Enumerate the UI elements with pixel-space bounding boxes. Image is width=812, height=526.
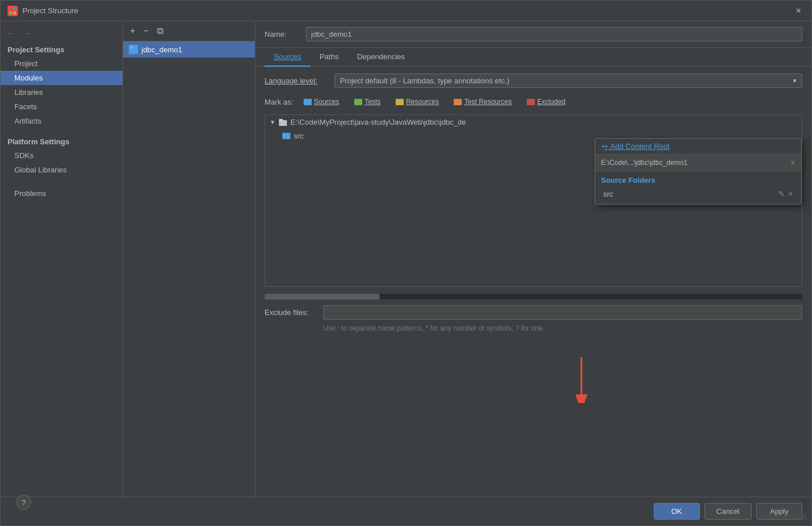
popup-edit-del: ✎ ×	[778, 189, 793, 198]
popup-header: + + Add Content Root	[595, 139, 801, 155]
mark-test-resources-label: Test Resources	[464, 98, 512, 106]
sidebar-item-facets[interactable]: Facets	[1, 99, 122, 114]
content-root-area: ▼ E:\Code\MyProject\java-study\JavaWeb\j…	[265, 114, 802, 287]
close-button[interactable]: ×	[792, 5, 805, 17]
sidebar-item-project[interactable]: Project	[1, 56, 122, 71]
remove-module-button[interactable]: −	[141, 25, 151, 37]
forward-arrow[interactable]: →	[21, 28, 33, 39]
sidebar-item-problems-label: Problems	[14, 189, 46, 198]
mark-resources-label: Resources	[406, 98, 439, 106]
tree-expand-arrow: ▼	[270, 119, 275, 125]
platform-settings-header: Platform Settings	[1, 133, 122, 148]
help-button[interactable]: ?	[16, 495, 31, 510]
sidebar-item-libraries[interactable]: Libraries	[1, 85, 122, 99]
language-level-select-wrapper: Project default (8 - Lambdas, type annot…	[335, 74, 802, 88]
sidebar-item-global-libraries[interactable]: Global Libraries	[1, 163, 122, 177]
nav-header: ← →	[1, 26, 122, 41]
app-icon	[7, 6, 18, 16]
module-name-input[interactable]	[306, 27, 802, 41]
back-arrow[interactable]: ←	[5, 28, 17, 39]
sidebar-item-project-label: Project	[14, 59, 37, 68]
src-folder-icon	[282, 133, 290, 139]
edit-src-button[interactable]: ✎	[778, 189, 785, 198]
svg-rect-3	[13, 11, 16, 14]
content-root-row[interactable]: ▼ E:\Code\MyProject\java-study\JavaWeb\j…	[265, 115, 802, 129]
content-root-path: E:\Code\MyProject\java-study\JavaWeb\jdb…	[290, 118, 466, 126]
mark-sources-label: Sources	[314, 98, 339, 106]
content-root-popup: + + Add Content Root E:\Code\...\jdbc\jd…	[595, 138, 802, 205]
tabs-row: Sources Paths Dependencies	[255, 48, 811, 67]
excluded-folder-icon	[527, 99, 535, 105]
language-level-label: Language level:	[265, 76, 328, 85]
module-entry-jdbc-demo1[interactable]: jdbc_demo1	[123, 41, 255, 57]
mark-as-excluded-button[interactable]: Excluded	[522, 96, 570, 107]
project-settings-header: Project Settings	[1, 41, 122, 56]
svg-rect-7	[279, 119, 283, 121]
tab-dependencies[interactable]: Dependencies	[348, 48, 414, 67]
tab-sources[interactable]: Sources	[265, 48, 311, 67]
cancel-button[interactable]: Cancel	[704, 503, 752, 520]
svg-rect-4	[130, 48, 137, 52]
tab-paths[interactable]: Paths	[311, 48, 348, 67]
test-resources-folder-icon	[454, 99, 462, 105]
watermark: CSDN @白豆五	[763, 513, 807, 521]
mark-as-resources-button[interactable]: Resources	[391, 96, 443, 107]
horizontal-scrollbar[interactable]	[265, 294, 802, 300]
svg-rect-0	[9, 7, 12, 10]
exclude-files-label: Exclude files:	[265, 308, 316, 317]
add-content-root-button[interactable]: + + Add Content Root	[601, 142, 669, 151]
exclude-files-input[interactable]	[323, 305, 802, 320]
mark-as-test-resources-button[interactable]: Test Resources	[449, 96, 516, 107]
copy-module-button[interactable]: ⧉	[155, 25, 166, 37]
sidebar-item-libraries-label: Libraries	[14, 88, 43, 97]
main-panel: Name: Sources Paths Dependencies	[255, 21, 811, 497]
sidebar-item-modules-label: Modules	[14, 74, 43, 82]
svg-rect-5	[130, 47, 133, 48]
sidebar-item-artifacts-label: Artifacts	[14, 117, 41, 125]
name-label: Name:	[265, 30, 299, 39]
module-list: + − ⧉ jdbc_demo1	[123, 21, 255, 497]
language-level-row: Language level: Project default (8 - Lam…	[265, 74, 802, 88]
scrollbar-thumb	[265, 294, 380, 300]
src-label: src	[294, 132, 304, 140]
sidebar-item-problems[interactable]: Problems	[1, 186, 122, 201]
title-bar-left: Project Structure	[7, 6, 78, 16]
sidebar: ← → Project Settings Project Modules Lib…	[1, 21, 123, 497]
popup-path-row: E:\Code\...\jdbc\jdbc_demo1 ×	[595, 155, 801, 171]
sidebar-item-facets-label: Facets	[14, 102, 37, 111]
hint-text: Use ; to separate name patterns, * for a…	[265, 324, 802, 332]
title-bar: Project Structure ×	[1, 1, 811, 21]
module-toolbar: + − ⧉	[123, 21, 255, 41]
mark-as-label: Mark as:	[265, 98, 293, 106]
tests-folder-icon	[354, 99, 362, 105]
resources-folder-icon	[396, 99, 404, 105]
folder-icon	[279, 119, 287, 126]
name-row: Name:	[255, 21, 811, 48]
popup-path-text: E:\Code\...\jdbc\jdbc_demo1	[601, 159, 688, 167]
popup-close-button[interactable]: ×	[791, 158, 795, 167]
add-module-button[interactable]: +	[128, 25, 137, 37]
sidebar-item-modules[interactable]: Modules	[1, 71, 122, 85]
popup-section: Source Folders src ✎ ×	[595, 171, 801, 204]
add-content-root-label: + Add Content Root	[604, 142, 670, 151]
svg-rect-1	[13, 7, 16, 10]
mark-excluded-label: Excluded	[537, 98, 565, 106]
main-content: ← → Project Settings Project Modules Lib…	[1, 21, 811, 497]
bottom-bar: OK Cancel Apply	[1, 497, 811, 525]
sidebar-item-artifacts[interactable]: Artifacts	[1, 114, 122, 128]
mark-as-sources-button[interactable]: Sources	[299, 96, 344, 107]
mark-tests-label: Tests	[365, 98, 381, 106]
language-level-select[interactable]: Project default (8 - Lambdas, type annot…	[335, 74, 802, 88]
sidebar-item-sdks[interactable]: SDKs	[1, 148, 122, 163]
sidebar-item-sdks-label: SDKs	[14, 151, 33, 160]
svg-rect-2	[9, 11, 12, 14]
watermark-text: CSDN @白豆五	[763, 513, 807, 520]
mark-as-tests-button[interactable]: Tests	[350, 96, 385, 107]
module-name-label: jdbc_demo1	[141, 45, 182, 54]
ok-button[interactable]: OK	[654, 503, 700, 520]
sources-folder-icon	[304, 99, 312, 105]
arrow-indicator	[564, 357, 599, 405]
dialog-title: Project Structure	[22, 6, 78, 15]
delete-src-button[interactable]: ×	[788, 189, 793, 198]
mark-as-row: Mark as: Sources Tests Resources	[265, 96, 802, 107]
